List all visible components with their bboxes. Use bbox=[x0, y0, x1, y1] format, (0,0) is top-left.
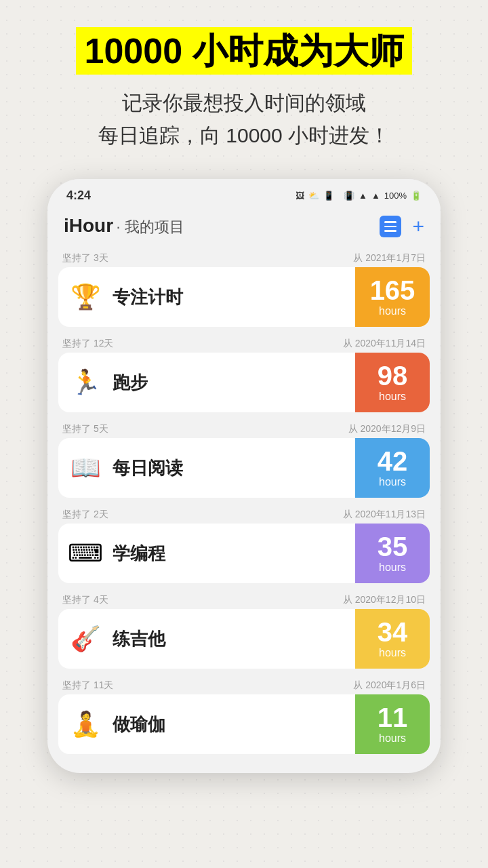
project-hours-badge: 165hours bbox=[355, 267, 430, 327]
hours-label: hours bbox=[379, 647, 406, 659]
phone-icon: 📱 bbox=[323, 191, 334, 201]
project-hours-badge: 42hours bbox=[355, 438, 430, 498]
weather-icon: ⛅ bbox=[308, 191, 319, 201]
project-hours-badge: 11hours bbox=[355, 694, 430, 754]
hours-label: hours bbox=[379, 561, 406, 574]
project-name: 练吉他 bbox=[113, 627, 355, 651]
project-group: 坚持了 12天从 2020年11月14日🏃跑步98hours bbox=[58, 332, 430, 412]
project-name: 每日阅读 bbox=[113, 456, 355, 480]
hero-sub2: 每日追踪，向 10000 小时进发！ bbox=[98, 124, 390, 146]
project-since: 从 2020年12月9日 bbox=[348, 423, 426, 435]
project-since: 从 2020年12月10日 bbox=[343, 594, 426, 606]
project-group: 坚持了 2天从 2020年11月13日⌨学编程35hours bbox=[58, 503, 430, 583]
app-subtitle: · 我的项目 bbox=[117, 218, 184, 235]
project-since: 从 2020年11月13日 bbox=[343, 509, 426, 521]
project-icon: 🏆 bbox=[58, 283, 113, 311]
hero-subtitle: 记录你最想投入时间的领域 每日追踪，向 10000 小时进发！ bbox=[20, 87, 468, 152]
hours-number: 35 bbox=[378, 533, 408, 560]
hero-title: 10000 小时成为大师 bbox=[76, 27, 411, 75]
project-hours-badge: 98hours bbox=[355, 353, 430, 412]
project-hours-badge: 35hours bbox=[355, 524, 430, 583]
phone-mockup: 4:24 🖼 ⛅ 📱 📳 ▲ ▲ 100% 🔋 iHour · 我的项目 bbox=[47, 179, 441, 773]
project-streak: 坚持了 12天 bbox=[62, 338, 113, 350]
project-name: 跑步 bbox=[113, 371, 355, 395]
project-group: 坚持了 11天从 2020年1月6日🧘做瑜伽11hours bbox=[58, 674, 430, 754]
project-group: 坚持了 3天从 2021年1月7日🏆专注计时165hours bbox=[58, 247, 430, 327]
status-time: 4:24 bbox=[66, 189, 91, 203]
hours-label: hours bbox=[379, 305, 406, 317]
wifi-icon: ▲ bbox=[359, 191, 367, 201]
project-card[interactable]: 🏃跑步98hours bbox=[58, 353, 430, 412]
project-streak: 坚持了 2天 bbox=[62, 509, 108, 521]
header-actions: + bbox=[380, 216, 424, 237]
project-card[interactable]: 🏆专注计时165hours bbox=[58, 267, 430, 327]
project-since: 从 2021年1月7日 bbox=[353, 252, 426, 264]
project-streak: 坚持了 11天 bbox=[62, 679, 113, 692]
project-name: 做瑜伽 bbox=[113, 713, 355, 736]
battery-percent: 100% bbox=[384, 191, 407, 201]
project-name: 学编程 bbox=[113, 542, 355, 566]
project-hours-badge: 34hours bbox=[355, 609, 430, 669]
hero-section: 10000 小时成为大师 记录你最想投入时间的领域 每日追踪，向 10000 小… bbox=[0, 0, 488, 165]
project-icon: 🧘 bbox=[58, 710, 113, 738]
project-card[interactable]: 🧘做瑜伽11hours bbox=[58, 694, 430, 754]
hours-number: 11 bbox=[378, 704, 408, 731]
app-title-area: iHour · 我的项目 bbox=[64, 215, 184, 237]
hours-label: hours bbox=[379, 476, 406, 488]
project-meta: 坚持了 4天从 2020年12月10日 bbox=[58, 589, 430, 609]
status-bar: 4:24 🖼 ⛅ 📱 📳 ▲ ▲ 100% 🔋 bbox=[47, 179, 441, 208]
signal-icon: ▲ bbox=[371, 191, 380, 201]
battery-icon: 🔋 bbox=[411, 191, 422, 201]
project-name: 专注计时 bbox=[113, 285, 355, 309]
project-icon: 🏃 bbox=[58, 368, 113, 397]
add-project-button[interactable]: + bbox=[412, 216, 424, 237]
project-since: 从 2020年11月14日 bbox=[343, 338, 426, 350]
project-icon: 📖 bbox=[58, 454, 113, 482]
project-list: 坚持了 3天从 2021年1月7日🏆专注计时165hours坚持了 12天从 2… bbox=[47, 247, 441, 760]
hours-number: 165 bbox=[370, 277, 415, 304]
photo-icon: 🖼 bbox=[296, 191, 304, 201]
hours-number: 42 bbox=[378, 448, 408, 475]
project-card[interactable]: 🎸练吉他34hours bbox=[58, 609, 430, 669]
project-meta: 坚持了 5天从 2020年12月9日 bbox=[58, 418, 430, 438]
hours-label: hours bbox=[379, 391, 406, 403]
project-meta: 坚持了 11天从 2020年1月6日 bbox=[58, 674, 430, 694]
project-streak: 坚持了 4天 bbox=[62, 594, 108, 606]
project-card[interactable]: ⌨学编程35hours bbox=[58, 524, 430, 583]
app-header: iHour · 我的项目 + bbox=[47, 208, 441, 247]
project-meta: 坚持了 2天从 2020年11月13日 bbox=[58, 503, 430, 524]
vibrate-icon: 📳 bbox=[344, 191, 354, 201]
hours-number: 34 bbox=[378, 618, 408, 646]
project-icon: ⌨ bbox=[58, 539, 113, 568]
hours-number: 98 bbox=[378, 362, 408, 389]
hours-label: hours bbox=[379, 732, 406, 745]
project-card[interactable]: 📖每日阅读42hours bbox=[58, 438, 430, 498]
hero-sub1: 记录你最想投入时间的领域 bbox=[122, 92, 366, 114]
app-name: iHour bbox=[64, 215, 113, 236]
list-view-button[interactable] bbox=[380, 216, 401, 237]
project-icon: 🎸 bbox=[58, 625, 113, 653]
project-since: 从 2020年1月6日 bbox=[353, 679, 426, 692]
project-meta: 坚持了 12天从 2020年11月14日 bbox=[58, 332, 430, 353]
project-streak: 坚持了 3天 bbox=[62, 252, 108, 264]
project-meta: 坚持了 3天从 2021年1月7日 bbox=[58, 247, 430, 267]
project-group: 坚持了 4天从 2020年12月10日🎸练吉他34hours bbox=[58, 589, 430, 669]
status-icons: 🖼 ⛅ 📱 📳 ▲ ▲ 100% 🔋 bbox=[296, 191, 422, 201]
project-group: 坚持了 5天从 2020年12月9日📖每日阅读42hours bbox=[58, 418, 430, 498]
project-streak: 坚持了 5天 bbox=[62, 423, 108, 435]
